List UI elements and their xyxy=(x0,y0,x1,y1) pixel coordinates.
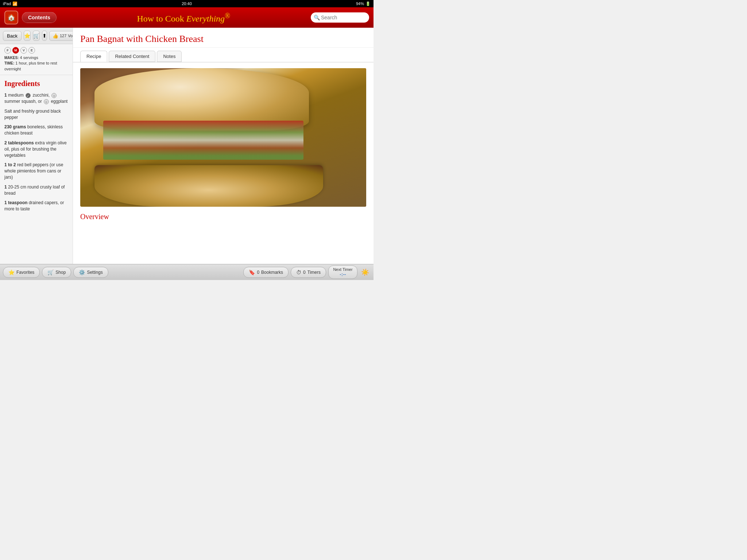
settings-icon: ⚙️ xyxy=(79,269,85,275)
ingredient-unit: medium xyxy=(8,93,25,98)
makes-value: 4 servings xyxy=(20,55,38,60)
ingredient-check[interactable]: ✓ xyxy=(26,93,31,98)
battery-icon: 🔋 xyxy=(365,1,371,6)
back-button[interactable]: Back xyxy=(3,31,22,41)
ingredient-desc: Salt and freshly ground black pepper xyxy=(4,109,61,120)
ingredient-check-2[interactable]: ○ xyxy=(51,93,57,98)
recipe-makes: MAKES: 4 servings xyxy=(4,55,68,61)
bottom-toolbar: ⭐ Favorites 🛒 Shop ⚙️ Settings 🔖 0 Bookm… xyxy=(0,264,374,280)
votes-count: 127 xyxy=(60,34,66,38)
bread-bottom xyxy=(94,165,323,207)
sidebar: Back ⭐ 🛒 ⬆ 👍 127 Votes F M V E xyxy=(0,28,73,264)
ingredient-item: 1 to 2 red bell peppers (or use whole pi… xyxy=(4,162,68,180)
timers-label: Timers xyxy=(307,270,321,275)
makes-label: MAKES: xyxy=(4,56,19,60)
time-label: TIME: xyxy=(4,61,14,65)
share-icon: ⬆ xyxy=(42,33,47,39)
ingredient-qty: 230 xyxy=(4,124,13,129)
next-timer-value: -:-- xyxy=(333,272,353,277)
ingredients-section: Ingredients 1 medium ✓ zucchini, ○ summe… xyxy=(0,75,73,264)
ingredient-item: 1 teaspoon drained capers, or more to ta… xyxy=(4,200,68,212)
timers-button[interactable]: ⏱ 0 Timers xyxy=(291,267,326,278)
thumbs-up-icon: 👍 xyxy=(53,33,58,39)
next-timer-button[interactable]: Next Timer -:-- xyxy=(328,265,357,279)
sidebar-toolbar: Back ⭐ 🛒 ⬆ 👍 127 Votes xyxy=(0,28,73,44)
search-wrapper: 🔍 xyxy=(311,12,369,23)
overview-title: Overview xyxy=(80,213,366,221)
ingredient-item: Salt and freshly ground black pepper xyxy=(4,108,68,121)
status-bar: iPad 📶 20:40 94% 🔋 xyxy=(0,0,374,7)
ingredient-qty: 2 xyxy=(4,140,8,145)
next-timer-label: Next Timer xyxy=(333,267,353,272)
ingredient-qty: 1 xyxy=(4,200,8,205)
brightness-icon[interactable]: ☀️ xyxy=(360,267,371,278)
sandwich-filling xyxy=(103,121,303,159)
bookmark-icon: 🔖 xyxy=(249,269,255,275)
recipe-meta: F M V E MAKES: 4 servings TIME: 1 hour, … xyxy=(0,44,73,75)
recipe-image xyxy=(80,68,366,207)
recipe-time: TIME: 1 hour, plus time to rest overnigh… xyxy=(4,61,68,72)
ingredient-desc-3: eggplant xyxy=(51,99,67,104)
shop-icon: 🛒 xyxy=(47,269,54,275)
recipe-title-bar: Pan Bagnat with Chicken Breast xyxy=(73,28,374,48)
ingredient-check-3[interactable]: ○ xyxy=(44,99,49,104)
battery-label: 94% xyxy=(356,1,364,6)
tabs-bar: Recipe Related Content Notes xyxy=(73,48,374,62)
bookmarks-count: 0 xyxy=(257,270,259,275)
ingredient-item: 2 tablespoons extra virgin olive oil, pl… xyxy=(4,140,68,158)
badge-f: F xyxy=(4,47,11,54)
tab-recipe[interactable]: Recipe xyxy=(80,51,107,62)
time-display: 20:40 xyxy=(182,1,192,6)
contents-button[interactable]: Contents xyxy=(22,12,57,23)
shop-label: Shop xyxy=(55,270,66,275)
wifi-icon: 📶 xyxy=(12,1,18,6)
ingredient-qty: 1 xyxy=(4,184,8,190)
recipe-title: Pan Bagnat with Chicken Breast xyxy=(80,34,366,44)
shop-button[interactable]: 🛒 Shop xyxy=(42,267,71,278)
ingredient-desc: 20-25 cm round crusty loaf of bread xyxy=(4,184,65,196)
ingredient-item: 1 medium ✓ zucchini, ○ summer squash, or… xyxy=(4,92,68,105)
header: 🏠 Contents How to Cook Everything® 🔍 xyxy=(0,7,374,28)
main-container: Back ⭐ 🛒 ⬆ 👍 127 Votes F M V E xyxy=(0,28,374,264)
favorites-button[interactable]: ⭐ Favorites xyxy=(3,267,40,278)
votes-button[interactable]: 👍 127 Votes xyxy=(49,31,73,41)
sandwich-illustration xyxy=(80,68,366,207)
bookmarks-label: Bookmarks xyxy=(261,270,283,275)
timer-icon: ⏱ xyxy=(296,269,301,275)
ingredient-unit: grams xyxy=(13,124,27,129)
ingredient-unit: to 2 xyxy=(8,162,17,167)
bookmarks-button[interactable]: 🔖 0 Bookmarks xyxy=(243,267,289,278)
diet-badges: F M V E xyxy=(4,47,68,54)
search-icon: 🔍 xyxy=(314,15,320,20)
badge-v: V xyxy=(20,47,27,54)
badge-e: E xyxy=(28,47,35,54)
ingredient-qty: 1 xyxy=(4,93,7,98)
tab-notes[interactable]: Notes xyxy=(157,51,182,62)
star-icon: ⭐ xyxy=(24,33,30,39)
device-label: iPad xyxy=(3,1,11,6)
ingredient-item: 230 grams boneless, skinless chicken bre… xyxy=(4,124,68,136)
votes-label: Votes xyxy=(68,34,73,38)
content-scroll[interactable]: Overview xyxy=(73,62,374,264)
star-icon: ⭐ xyxy=(8,269,15,275)
title-text-1: How to Cook xyxy=(137,14,186,23)
favorites-label: Favorites xyxy=(16,270,34,275)
ingredient-desc: zucchini, xyxy=(32,93,51,98)
ingredient-item: 1 20-25 cm round crusty loaf of bread xyxy=(4,184,68,197)
cart-button[interactable]: 🛒 xyxy=(33,31,40,41)
settings-button[interactable]: ⚙️ Settings xyxy=(73,267,108,278)
ingredient-qty: 1 xyxy=(4,162,8,167)
settings-label: Settings xyxy=(87,270,102,275)
content-area: Pan Bagnat with Chicken Breast Recipe Re… xyxy=(73,28,374,264)
ingredient-desc-2: summer squash, or xyxy=(4,99,43,104)
favorite-button[interactable]: ⭐ xyxy=(24,31,31,41)
tab-related[interactable]: Related Content xyxy=(109,51,155,62)
ingredient-unit: teaspoon xyxy=(8,200,29,205)
ingredients-title: Ingredients xyxy=(4,79,68,88)
home-button[interactable]: 🏠 xyxy=(4,11,18,24)
ingredient-unit: tablespoons xyxy=(8,140,35,145)
trademark: ® xyxy=(225,12,230,20)
share-button[interactable]: ⬆ xyxy=(42,31,47,41)
badge-m: M xyxy=(12,47,19,54)
cart-icon: 🛒 xyxy=(33,33,39,39)
